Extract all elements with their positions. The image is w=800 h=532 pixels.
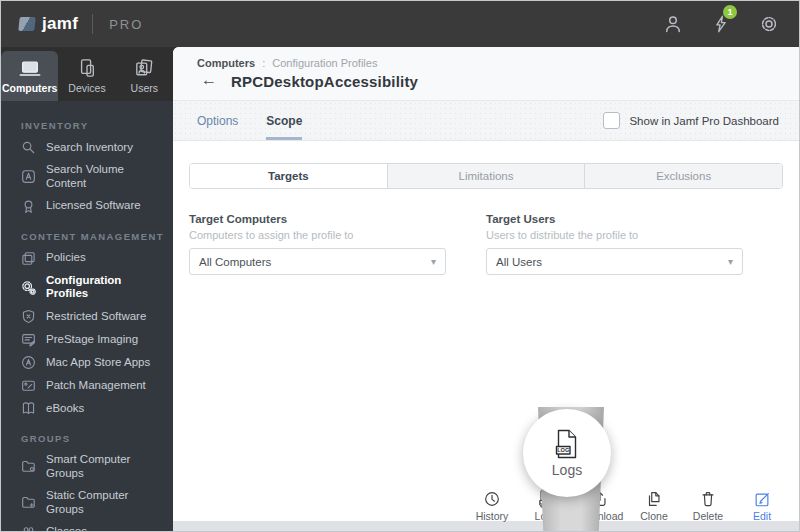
page-header: Computers : Configuration Profiles ← RPC… [173,47,799,101]
account-button[interactable] [661,12,685,36]
patch-icon [21,378,36,393]
jamf-logo-icon [18,17,35,31]
sidebar-item-patch-management[interactable]: Patch Management [1,374,173,397]
back-arrow-icon[interactable]: ← [197,72,217,90]
settings-button[interactable] [757,12,781,36]
sidebar-item-label: Search Inventory [46,141,133,155]
sidebar-section-header: CONTENT MANAGEMENT [1,218,173,247]
delete-button[interactable]: Delete [681,490,735,522]
tab-strip: Options Scope Show in Jamf Pro Dashboard [173,101,799,141]
clone-icon [645,490,663,508]
sidebar-item-ebooks[interactable]: eBooks [1,397,173,420]
field-label: Target Computers [189,213,446,225]
sidebar-tab-users[interactable]: Users [116,51,173,101]
volume-content-icon [21,169,36,184]
svg-text:LOG: LOG [557,447,569,453]
sidebar-item-licensed-software[interactable]: Licensed Software [1,195,173,218]
clone-button[interactable]: Clone [627,490,681,522]
license-ribbon-icon [21,199,36,214]
bottom-edge-strip [173,521,799,531]
sidebar-item-label: PreStage Imaging [46,333,138,347]
select-value: All Computers [199,256,271,268]
sidebar-tab-label: Users [131,82,158,94]
sidebar-item-label: Smart Computer Groups [46,453,165,481]
checkbox-unchecked[interactable] [603,112,620,129]
target-users-select[interactable]: All Users ▾ [486,248,743,275]
action-label: Clone [640,510,667,522]
action-label: Delete [693,510,723,522]
field-label: Target Users [486,213,743,225]
sidebar-item-label: Licensed Software [46,199,141,213]
sidebar-item-smart-computer-groups[interactable]: Smart Computer Groups [1,449,173,485]
sidebar-item-search-volume-content[interactable]: Search Volume Content [1,159,173,195]
tab-options[interactable]: Options [197,101,238,140]
user-cards-icon [134,59,154,77]
sidebar-tab-label: Computers [2,82,57,94]
log-document-icon: LOG [554,429,580,459]
sidebar-item-label: Patch Management [46,379,146,393]
breadcrumb-configuration-profiles[interactable]: Configuration Profiles [272,57,377,69]
edit-button[interactable]: Edit [735,490,789,522]
history-icon [483,490,501,508]
notification-badge: 1 [723,5,737,19]
sidebar-tab-devices[interactable]: Devices [58,51,115,101]
target-computers-select[interactable]: All Computers ▾ [189,248,446,275]
sidebar-item-label: Policies [46,251,86,265]
sidebar-item-search-inventory[interactable]: Search Inventory [1,136,173,159]
search-icon [21,140,36,155]
segment-exclusions[interactable]: Exclusions [584,164,782,188]
sidebar-item-static-computer-groups[interactable]: Static Computer Groups [1,485,173,521]
logo-divider [92,14,93,34]
mobile-devices-icon [77,59,97,77]
smart-folder-icon [21,459,36,474]
action-label: Download [577,510,624,522]
sidebar-item-restricted-software[interactable]: Restricted Software [1,305,173,328]
sidebar-item-label: Static Computer Groups [46,489,165,517]
logo-text: jamf [42,14,78,34]
sidebar-item-mac-app-store-apps[interactable]: Mac App Store Apps [1,351,173,374]
scope-body: Targets Limitations Exclusions Target Co… [173,141,799,275]
policies-icon [21,251,36,266]
main-content: Computers : Configuration Profiles ← RPC… [173,47,799,531]
sidebar-item-label: Mac App Store Apps [46,356,150,370]
gears-icon [21,280,36,295]
sidebar: Computers Devices Users INVENT [1,47,173,531]
action-bar: History LOG Logs Download Clone [173,488,799,521]
jamf-logo: jamf PRO [19,14,143,34]
notifications-button[interactable]: 1 [709,12,733,36]
segment-limitations[interactable]: Limitations [387,164,585,188]
breadcrumb-computers[interactable]: Computers [197,57,255,69]
action-label: Logs [535,510,558,522]
download-button[interactable]: Download [573,490,627,522]
page-title: RPCDesktopAccessibility [231,73,418,90]
segment-targets[interactable]: Targets [190,164,387,188]
sidebar-section-header: INVENTORY [1,107,173,136]
sidebar-nav: INVENTORY Search Inventory Search Volume… [1,101,173,532]
sidebar-tab-computers[interactable]: Computers [1,51,58,101]
target-computers-field: Target Computers Computers to assign the… [189,213,446,275]
callout-label: Logs [552,462,582,478]
static-folder-icon [21,495,36,510]
action-label: Edit [753,510,771,522]
sidebar-context-tabs: Computers Devices Users [1,47,173,101]
laptop-icon [19,61,41,77]
show-in-dashboard-checkbox[interactable]: Show in Jamf Pro Dashboard [603,112,779,129]
select-value: All Users [496,256,542,268]
logs-callout-bubble: LOG Logs [523,409,611,497]
trash-icon [699,490,717,508]
classes-icon [21,524,36,532]
history-button[interactable]: History [465,490,519,522]
tab-scope[interactable]: Scope [266,101,302,140]
topbar: jamf PRO 1 [1,1,799,47]
sidebar-tab-label: Devices [68,82,105,94]
imaging-icon [21,332,36,347]
logo-suffix: PRO [109,17,143,32]
sidebar-item-classes[interactable]: Classes [1,520,173,532]
sidebar-item-policies[interactable]: Policies [1,247,173,270]
sidebar-item-prestage-imaging[interactable]: PreStage Imaging [1,328,173,351]
sidebar-item-label: Classes [46,525,87,532]
sidebar-item-label: Restricted Software [46,310,146,324]
sidebar-item-label: Search Volume Content [46,163,165,191]
sidebar-item-configuration-profiles[interactable]: Configuration Profiles [1,270,173,306]
gear-icon [758,13,780,35]
